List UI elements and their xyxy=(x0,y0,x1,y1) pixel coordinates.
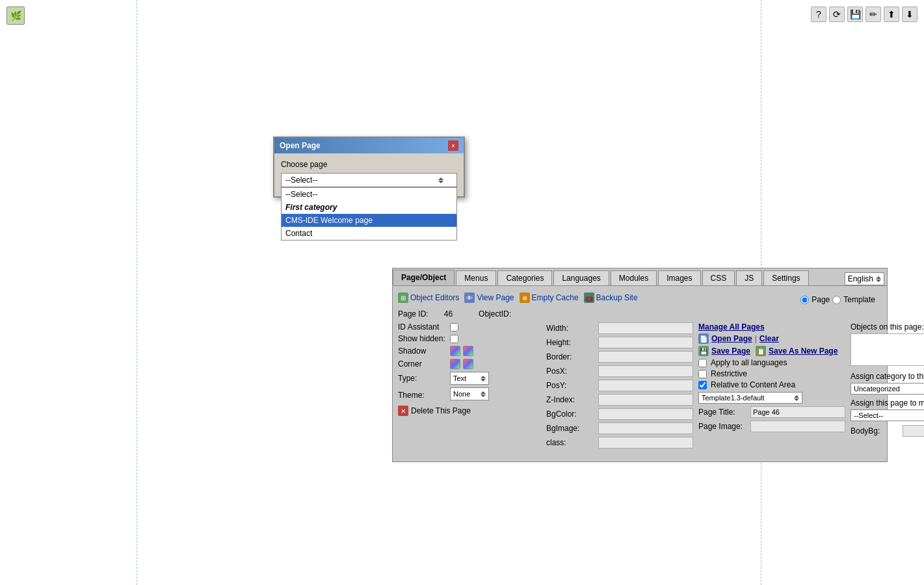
help-icon[interactable]: ? xyxy=(811,6,826,22)
corner-label: Corner xyxy=(398,359,450,369)
field-id-assistant: ID Assistant xyxy=(398,322,541,332)
bgcolor-input[interactable] xyxy=(598,408,693,420)
empty-cache-btn[interactable]: ⊗ Empty Cache xyxy=(520,292,579,303)
refresh-icon[interactable]: ⟳ xyxy=(829,6,845,22)
dropdown-item-select[interactable]: --Select-- xyxy=(282,188,456,201)
dialog-close-button[interactable]: × xyxy=(448,140,458,151)
collapse-icon[interactable]: ⬆ xyxy=(884,6,899,22)
template-arrows xyxy=(794,395,799,401)
field-page-image: Page Image: xyxy=(698,421,845,432)
page-id-value: 46 xyxy=(444,309,453,318)
type-select-wrapper: Text xyxy=(450,372,489,385)
save-icon[interactable]: 💾 xyxy=(847,6,863,22)
panel-columns: ID Assistant Show hidden: Shadow Corner xyxy=(398,322,882,451)
show-hidden-checkbox[interactable] xyxy=(450,335,458,343)
width-input[interactable] xyxy=(598,322,693,334)
view-page-btn[interactable]: 👁 View Page xyxy=(464,292,514,303)
posx-input[interactable] xyxy=(598,365,693,377)
assign-menu-select[interactable]: --Select-- xyxy=(851,410,924,421)
theme-arrow-down xyxy=(481,395,486,397)
zindex-input[interactable] xyxy=(598,394,693,406)
top-left-icon[interactable]: 🌿 xyxy=(7,6,25,25)
posy-label: PosY: xyxy=(546,381,598,390)
theme-arrow-up xyxy=(481,391,486,394)
edit-icon[interactable]: ✏ xyxy=(865,6,881,22)
template-select[interactable]: Template1.3-default xyxy=(698,392,802,404)
field-border: Border: xyxy=(546,351,693,363)
height-input[interactable] xyxy=(598,337,693,348)
clear-link[interactable]: Clear xyxy=(759,334,779,343)
corner-color-icon[interactable] xyxy=(450,359,460,369)
template-radio-label: Template xyxy=(843,295,875,304)
type-select[interactable]: Text xyxy=(450,372,489,385)
field-shadow: Shadow xyxy=(398,346,541,356)
show-hidden-label: Show hidden: xyxy=(398,334,450,343)
field-page-title: Page Title: xyxy=(698,406,845,418)
tab-js[interactable]: JS xyxy=(736,270,762,285)
class-input[interactable] xyxy=(598,437,693,448)
page-radio[interactable] xyxy=(800,296,809,304)
col-left: ID Assistant Show hidden: Shadow Corner xyxy=(398,322,541,451)
assign-menu-label: Assign this page to menu: xyxy=(851,398,924,408)
page-title-input[interactable] xyxy=(750,406,845,418)
field-width: Width: xyxy=(546,322,693,334)
page-select-wrapper: --Select-- --Select-- First category CMS… xyxy=(281,173,457,187)
page-image-input[interactable] xyxy=(750,421,845,432)
tab-modules[interactable]: Modules xyxy=(611,270,657,285)
page-radio-label: Page xyxy=(812,295,830,304)
tab-css[interactable]: CSS xyxy=(702,270,735,285)
lang-arrow-up xyxy=(876,276,881,279)
bgimage-input[interactable] xyxy=(598,422,693,434)
border-input[interactable] xyxy=(598,351,693,363)
bodybg-input[interactable] xyxy=(903,425,924,437)
delete-page-btn[interactable]: ✕ Delete This Page xyxy=(398,406,541,416)
assign-category-select[interactable]: Uncategorized xyxy=(851,383,924,395)
tab-menus[interactable]: Menus xyxy=(456,270,496,285)
page-id-label: Page ID: xyxy=(398,309,429,318)
expand-icon[interactable]: ⬇ xyxy=(902,6,917,22)
field-class: class: xyxy=(546,437,693,448)
save-page-link[interactable]: Save Page xyxy=(711,346,750,356)
class-label: class: xyxy=(546,438,598,447)
id-row: Page ID: 46 ObjectID: xyxy=(398,309,638,318)
open-page-link[interactable]: Open Page xyxy=(711,334,752,343)
object-id-label: ObjectID: xyxy=(479,309,511,318)
theme-select[interactable]: None xyxy=(450,387,489,400)
tab-settings[interactable]: Settings xyxy=(763,270,808,285)
type-arrow-down xyxy=(481,379,486,382)
field-bgimage: BgImage: xyxy=(546,422,693,434)
page-select-display[interactable]: --Select-- xyxy=(281,173,457,187)
tab-languages[interactable]: Languages xyxy=(553,270,609,285)
shadow-color-icon[interactable] xyxy=(450,346,460,356)
tab-images[interactable]: Images xyxy=(658,270,700,285)
backup-site-btn[interactable]: 💼 Backup Site xyxy=(584,292,638,303)
lang-select-wrapper: English xyxy=(845,272,884,285)
lang-arrows xyxy=(876,276,881,282)
lang-select[interactable]: English xyxy=(845,272,884,285)
id-assistant-checkbox[interactable] xyxy=(450,323,458,332)
relative-content-checkbox[interactable] xyxy=(698,381,707,389)
dropdown-item-cms-ide[interactable]: CMS-IDE Welcome page xyxy=(282,214,456,227)
objects-textarea[interactable] xyxy=(851,333,924,366)
object-editors-btn[interactable]: ⊞ Object Editors xyxy=(398,292,459,303)
apply-all-lang-checkbox[interactable] xyxy=(698,359,707,367)
tab-categories[interactable]: Categories xyxy=(497,270,552,285)
col-mid: Width: Height: Border: PosX: PosY: xyxy=(546,322,693,451)
restrictive-checkbox[interactable] xyxy=(698,370,707,378)
posy-input[interactable] xyxy=(598,380,693,391)
shadow-color-icon2[interactable] xyxy=(463,346,473,356)
field-height: Height: xyxy=(546,337,693,348)
field-bodybg: BodyBg: xyxy=(851,425,924,437)
restrictive-label: Restrictive xyxy=(711,369,747,378)
template-radio[interactable] xyxy=(832,296,841,304)
manage-all-pages-link[interactable]: Manage All Pages xyxy=(698,322,765,332)
save-as-new-link[interactable]: Save As New Page xyxy=(769,346,838,356)
corner-color-icon2[interactable] xyxy=(463,359,473,369)
dropdown-item-contact[interactable]: Contact xyxy=(282,227,456,240)
dropdown-item-first-category[interactable]: First category xyxy=(282,201,456,214)
tab-page-object[interactable]: Page/Object xyxy=(393,270,455,285)
open-page-dialog: Open Page × Choose page --Select-- --Sel… xyxy=(273,136,465,198)
field-posx: PosX: xyxy=(546,365,693,377)
theme-select-wrapper: None xyxy=(450,387,489,400)
field-show-hidden: Show hidden: xyxy=(398,334,541,343)
